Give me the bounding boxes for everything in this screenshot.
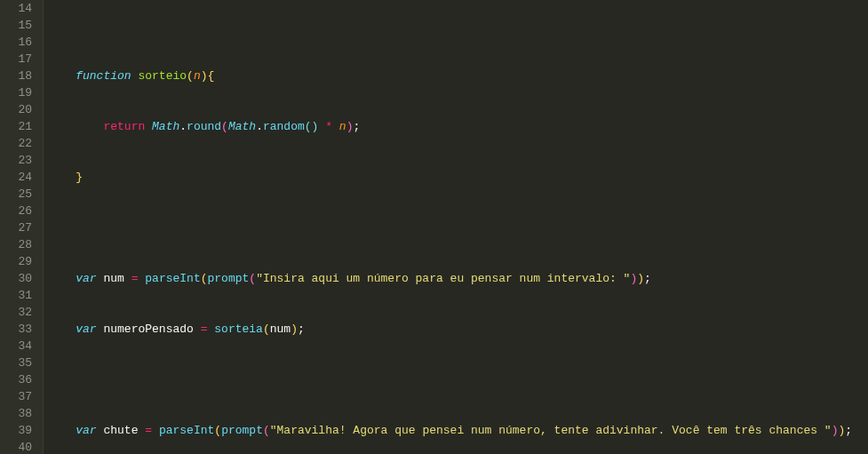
code-line[interactable]: var numeroPensado = sorteia(num);	[48, 321, 868, 338]
function-call: random	[263, 120, 305, 133]
code-editor[interactable]: 14 15 16 17 18 19 20 21 22 23 24 25 26 2…	[0, 0, 868, 454]
paren-close: )	[291, 323, 298, 336]
semicolon: ;	[353, 120, 360, 133]
line-number: 16	[7, 34, 32, 51]
code-line[interactable]: return Math.round(Math.random() * n);	[48, 118, 868, 135]
identifier: n	[339, 120, 346, 133]
line-number: 20	[7, 101, 32, 118]
code-line[interactable]: function sorteio(n){	[48, 68, 868, 84]
line-number: 18	[7, 68, 32, 84]
line-number: 37	[7, 388, 32, 405]
paren-open: (	[263, 424, 270, 437]
line-number: 17	[7, 51, 32, 68]
brace-open: {	[208, 69, 215, 83]
line-number: 29	[7, 253, 32, 270]
line-number: 21	[7, 118, 32, 135]
code-line[interactable]: var chute = parseInt(prompt("Maravilha! …	[48, 422, 868, 439]
line-number: 35	[7, 354, 32, 371]
line-number: 26	[7, 203, 32, 219]
line-number: 22	[7, 135, 32, 152]
line-number: 19	[7, 84, 32, 101]
code-line[interactable]: }	[48, 169, 868, 186]
keyword-var: var	[76, 323, 96, 336]
identifier: num	[270, 323, 291, 336]
line-number: 34	[7, 338, 32, 354]
semicolon: ;	[298, 323, 305, 336]
object-math: Math	[152, 120, 179, 133]
code-area[interactable]: function sorteio(n){ return Math.round(M…	[43, 0, 868, 454]
line-number: 30	[7, 270, 32, 287]
brace-close: }	[76, 171, 83, 184]
line-number: 39	[7, 422, 32, 439]
line-number: 23	[7, 152, 32, 169]
operator-star: *	[325, 120, 332, 133]
line-number: 31	[7, 287, 32, 304]
paren-open: (	[221, 120, 228, 133]
function-call: prompt	[208, 272, 250, 285]
keyword-function: function	[76, 69, 131, 83]
keyword-return: return	[103, 120, 145, 133]
function-call: sorteia	[214, 323, 263, 336]
paren-open: (	[214, 424, 221, 437]
line-number: 25	[7, 186, 32, 203]
line-number: 24	[7, 169, 32, 186]
code-line[interactable]	[48, 219, 868, 236]
line-number: 38	[7, 405, 32, 422]
line-number: 36	[7, 371, 32, 388]
function-call: prompt	[221, 424, 263, 437]
line-number-gutter: 14 15 16 17 18 19 20 21 22 23 24 25 26 2…	[0, 0, 43, 454]
fold-ruler	[43, 0, 44, 454]
operator-eq: =	[131, 272, 139, 285]
line-number: 32	[7, 304, 32, 321]
keyword-var: var	[76, 272, 96, 285]
operator-eq: =	[201, 323, 208, 336]
line-number: 27	[7, 219, 32, 236]
paren-open: (	[187, 69, 194, 83]
paren-close: )	[637, 272, 644, 285]
function-call: parseInt	[145, 272, 200, 285]
function-call: parseInt	[159, 424, 214, 437]
code-line[interactable]: var num = parseInt(prompt("Insira aqui u…	[48, 270, 868, 287]
line-number: 14	[7, 0, 32, 17]
function-call: round	[187, 120, 221, 133]
paren-close: )	[201, 69, 208, 83]
semicolon: ;	[644, 272, 651, 285]
line-number: 15	[7, 17, 32, 34]
string-literal: "Insira aqui um número para eu pensar nu…	[256, 272, 630, 285]
line-number: 28	[7, 236, 32, 253]
dot: .	[179, 120, 187, 133]
paren-open: (	[305, 120, 312, 133]
paren-close: )	[312, 120, 319, 133]
operator-eq: =	[145, 424, 152, 437]
function-name: sorteio	[138, 69, 187, 83]
code-line[interactable]	[48, 371, 868, 388]
line-number: 33	[7, 321, 32, 338]
keyword-var: var	[76, 424, 96, 437]
paren-open: (	[249, 272, 256, 285]
dot: .	[256, 120, 263, 133]
string-literal: "Maravilha! Agora que pensei num número,…	[270, 424, 832, 437]
paren-open: (	[201, 272, 208, 285]
semicolon: ;	[845, 424, 852, 437]
identifier: chute	[103, 424, 138, 437]
identifier: numeroPensado	[103, 323, 193, 336]
line-number: 40	[7, 439, 32, 454]
parameter: n	[194, 69, 201, 83]
identifier: num	[103, 272, 123, 285]
paren-open: (	[263, 323, 270, 336]
object-math: Math	[228, 120, 256, 133]
